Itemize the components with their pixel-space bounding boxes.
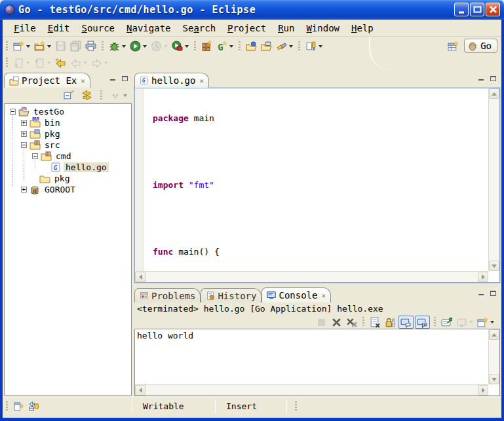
toolbar-grip[interactable] xyxy=(194,41,196,52)
toolbar-grip[interactable] xyxy=(102,41,104,52)
project-tree[interactable]: testGo 010 bin pkg src xyxy=(4,103,132,395)
open-go-package-button[interactable] xyxy=(244,39,258,54)
menu-project[interactable]: Project xyxy=(222,22,272,35)
show-on-stderr-icon xyxy=(417,317,428,328)
console-body[interactable]: hello world xyxy=(134,329,500,396)
menu-navigate[interactable]: Navigate xyxy=(121,22,176,35)
open-console-dropdown[interactable] xyxy=(490,321,494,323)
scroll-right-button[interactable] xyxy=(478,272,488,282)
minimize-view-button[interactable] xyxy=(476,289,486,297)
go-perspective-button[interactable]: Go xyxy=(464,39,497,53)
go-grid-button[interactable] xyxy=(200,39,214,54)
last-edit-location-button[interactable] xyxy=(54,56,68,70)
menu-source[interactable]: Source xyxy=(75,22,121,35)
trim-stack-button[interactable] xyxy=(27,399,41,414)
show-on-stderr-button[interactable] xyxy=(415,316,430,329)
debug-dropdown[interactable] xyxy=(122,45,126,48)
debug-button[interactable] xyxy=(107,39,127,54)
tree-item-src[interactable]: src xyxy=(5,139,131,151)
collapse-expander-icon[interactable] xyxy=(21,142,27,148)
minimize-view-button[interactable] xyxy=(108,75,117,82)
menu-file[interactable]: File xyxy=(8,22,42,35)
menu-run[interactable]: Run xyxy=(272,22,300,35)
tree-item-pkg[interactable]: pkg xyxy=(5,128,131,139)
tree-item-goroot[interactable]: GOROOT xyxy=(5,184,131,195)
new-go-file-dropdown[interactable] xyxy=(47,45,51,48)
scroll-down-button[interactable] xyxy=(489,261,499,271)
tree-item-hello-go[interactable]: G hello.go xyxy=(5,162,131,173)
close-tab-icon[interactable]: ✕ xyxy=(198,77,204,85)
toolbar-grip[interactable] xyxy=(298,41,300,52)
collapse-expander-icon[interactable] xyxy=(10,109,16,115)
link-with-editor-button[interactable] xyxy=(80,88,94,103)
new-wizard-button[interactable] xyxy=(12,39,31,54)
external-tools-button[interactable] xyxy=(170,39,190,54)
maximize-button[interactable] xyxy=(470,3,484,16)
minimize-button[interactable] xyxy=(454,3,469,16)
new-go-file-button[interactable] xyxy=(33,39,52,54)
view-menu-button[interactable] xyxy=(109,88,128,103)
minimize-view-button[interactable] xyxy=(476,75,486,82)
scroll-down-button[interactable] xyxy=(489,374,499,384)
menu-window[interactable]: Window xyxy=(300,22,345,35)
tree-item-testGo[interactable]: testGo xyxy=(5,106,131,117)
new-wizard-dropdown[interactable] xyxy=(26,45,30,48)
menu-edit[interactable]: Edit xyxy=(42,22,76,35)
toolbar-grip[interactable] xyxy=(239,41,241,52)
mark-occurrences-button[interactable] xyxy=(304,39,324,54)
expand-expander-icon[interactable] xyxy=(21,120,27,126)
menu-help[interactable]: Help xyxy=(345,22,379,35)
close-tab-icon[interactable]: ✕ xyxy=(320,291,326,300)
tree-item-src-pkg[interactable]: pkg xyxy=(5,173,131,184)
maximize-view-button[interactable] xyxy=(120,75,129,82)
expand-expander-icon[interactable] xyxy=(21,131,27,137)
console-tab[interactable]: Console ✕ xyxy=(262,287,331,302)
external-tools-dropdown[interactable] xyxy=(185,45,189,48)
project-explorer-tab[interactable]: Project Ex ✕ xyxy=(4,73,90,88)
open-folder-button[interactable] xyxy=(260,39,273,54)
pin-console-button[interactable] xyxy=(440,316,454,329)
scroll-left-button[interactable] xyxy=(135,385,145,395)
code-area[interactable]: package main import "fmt" func main() { … xyxy=(144,88,488,271)
expand-expander-icon[interactable] xyxy=(21,187,27,192)
remove-all-terminated-button[interactable] xyxy=(345,316,359,329)
remove-launch-button[interactable] xyxy=(330,316,343,329)
run-dropdown[interactable] xyxy=(143,45,147,48)
open-perspective-button[interactable] xyxy=(446,39,460,53)
new-go-element-button[interactable]: G xyxy=(215,39,235,54)
editor-tab-hello-go[interactable]: G hello.go ✕ xyxy=(134,73,209,88)
search-dropdown[interactable] xyxy=(289,45,293,48)
print-button[interactable] xyxy=(84,39,98,54)
toolbar-grip[interactable] xyxy=(6,58,8,68)
tree-item-cmd[interactable]: cmd xyxy=(5,151,131,162)
console-horizontal-scrollbar[interactable] xyxy=(135,384,488,395)
collapse-expander-icon[interactable] xyxy=(32,153,38,159)
close-button[interactable] xyxy=(486,3,500,16)
open-console-button[interactable] xyxy=(476,316,495,329)
scroll-left-button[interactable] xyxy=(135,272,145,282)
collapse-all-button[interactable] xyxy=(62,88,76,103)
annotation-ruler[interactable] xyxy=(135,88,144,271)
scroll-up-button[interactable] xyxy=(489,88,499,99)
mark-occurrences-dropdown[interactable] xyxy=(319,45,322,48)
close-tab-icon[interactable]: ✕ xyxy=(79,77,85,85)
history-tab[interactable]: History xyxy=(201,288,262,302)
clear-console-button[interactable] xyxy=(368,316,382,329)
maximize-view-button[interactable] xyxy=(488,75,497,82)
run-button[interactable] xyxy=(128,39,148,54)
editor-vertical-scrollbar[interactable] xyxy=(488,88,499,271)
show-on-stdout-button[interactable] xyxy=(398,316,414,329)
console-vertical-scrollbar[interactable] xyxy=(488,329,499,384)
tree-item-bin[interactable]: 010 bin xyxy=(5,117,131,128)
scroll-up-button[interactable] xyxy=(489,329,499,340)
scroll-right-button[interactable] xyxy=(478,385,488,395)
toolbar-grip[interactable] xyxy=(6,41,8,52)
maximize-view-button[interactable] xyxy=(488,289,497,297)
new-go-element-dropdown[interactable] xyxy=(229,45,233,48)
search-button[interactable] xyxy=(275,39,294,54)
editor-horizontal-scrollbar[interactable] xyxy=(135,271,488,282)
problems-tab[interactable]: Problems xyxy=(134,288,201,302)
menu-search[interactable]: Search xyxy=(177,22,222,35)
scroll-lock-button[interactable] xyxy=(383,316,397,329)
fast-view-button[interactable] xyxy=(12,399,26,414)
